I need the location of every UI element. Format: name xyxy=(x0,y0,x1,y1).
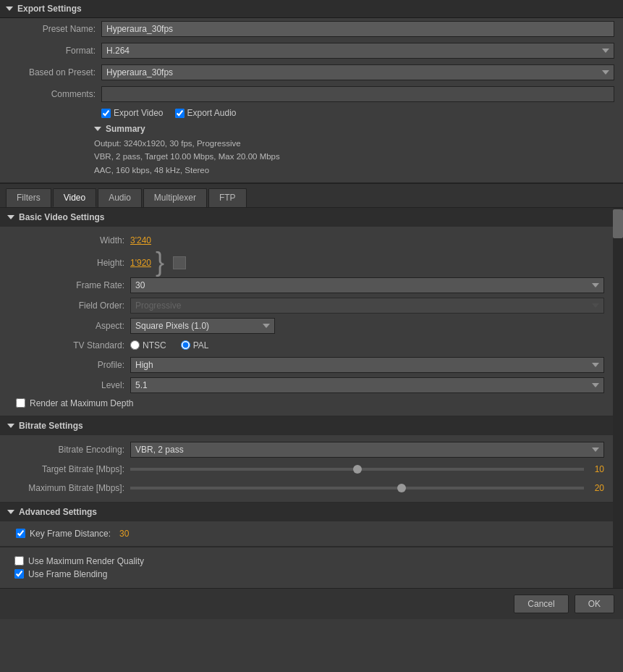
profile-row: Profile: High xyxy=(0,355,613,375)
tab-filters[interactable]: Filters xyxy=(6,188,51,207)
basic-video-settings-body: Width: 3'240 Height: 1'920 } Frame Rate:… xyxy=(0,227,613,416)
target-bitrate-row: Target Bitrate [Mbps]: 10 xyxy=(0,460,613,479)
tv-standard-radio-group: NTSC PAL xyxy=(130,340,208,350)
based-on-preset-label: Based on Preset: xyxy=(9,67,96,77)
summary-line3: AAC, 160 kbps, 48 kHz, Stereo xyxy=(94,164,614,177)
preset-name-row: Preset Name: xyxy=(0,18,623,40)
advanced-settings-section: Advanced Settings Key Frame Distance: 30 xyxy=(0,503,613,546)
summary-line2: VBR, 2 pass, Target 10.00 Mbps, Max 20.0… xyxy=(94,150,614,163)
profile-select[interactable]: High xyxy=(130,357,604,373)
preset-name-input[interactable] xyxy=(101,21,614,37)
maximum-bitrate-value: 20 xyxy=(590,483,604,493)
bitrate-settings-body: Bitrate Encoding: VBR, 2 pass Target Bit… xyxy=(0,435,613,502)
basic-video-settings-header: Basic Video Settings xyxy=(0,208,613,227)
export-settings-panel: Export Settings Preset Name: Format: H.2… xyxy=(0,0,623,184)
advanced-settings-title: Advanced Settings xyxy=(19,507,97,517)
use-frame-blending-text: Use Frame Blending xyxy=(28,569,107,579)
field-order-select: Progressive xyxy=(130,298,604,314)
basic-video-settings-section: Basic Video Settings Width: 3'240 Height… xyxy=(0,208,613,416)
width-value[interactable]: 3'240 xyxy=(130,235,151,245)
export-audio-checkbox-label[interactable]: Export Audio xyxy=(175,108,237,118)
based-on-preset-select[interactable]: Hyperaura_30fps xyxy=(101,64,614,80)
footer: Cancel OK xyxy=(0,588,623,619)
key-frame-distance-row: Key Frame Distance: 30 xyxy=(0,526,613,542)
tv-standard-row: TV Standard: NTSC PAL xyxy=(0,336,613,355)
tab-multiplexer[interactable]: Multiplexer xyxy=(143,188,207,207)
height-value[interactable]: 1'920 xyxy=(130,258,151,268)
key-frame-distance-value: 30 xyxy=(119,529,129,539)
preset-name-label: Preset Name: xyxy=(9,24,96,34)
export-video-checkbox-label[interactable]: Export Video xyxy=(101,108,164,118)
frame-rate-row: Frame Rate: 30 xyxy=(0,275,613,295)
pal-radio-label[interactable]: PAL xyxy=(181,340,209,350)
summary-line1: Output: 3240x1920, 30 fps, Progressive xyxy=(94,137,614,150)
ntsc-radio-label[interactable]: NTSC xyxy=(130,340,166,350)
cancel-button[interactable]: Cancel xyxy=(514,595,568,613)
advanced-settings-body: Key Frame Distance: 30 xyxy=(0,521,613,546)
link-dimensions-checkbox[interactable] xyxy=(173,256,186,269)
summary-section: Summary Output: 3240x1920, 30 fps, Progr… xyxy=(0,121,623,182)
render-max-depth-label[interactable]: Render at Maximum Depth xyxy=(16,398,133,408)
use-max-render-quality-label[interactable]: Use Maximum Render Quality xyxy=(14,556,604,566)
summary-header: Summary xyxy=(94,124,614,134)
height-controls: 1'920 } xyxy=(130,252,186,273)
pal-radio[interactable] xyxy=(181,340,190,350)
height-row: Height: 1'920 } xyxy=(0,250,613,275)
format-row: Format: H.264 xyxy=(0,40,623,62)
target-bitrate-slider-container: 10 xyxy=(130,464,604,474)
render-max-depth-row: Render at Maximum Depth xyxy=(0,395,613,411)
summary-output: Output: 3240x1920, 30 fps, Progressive V… xyxy=(94,137,614,177)
advanced-collapse-icon[interactable] xyxy=(7,510,14,514)
comments-input[interactable] xyxy=(101,86,614,102)
comments-row: Comments: xyxy=(0,83,623,105)
tab-audio[interactable]: Audio xyxy=(98,188,142,207)
scrollbar-thumb[interactable] xyxy=(613,209,623,238)
export-video-label: Export Video xyxy=(114,108,164,118)
bitrate-collapse-icon[interactable] xyxy=(7,424,14,428)
use-frame-blending-checkbox[interactable] xyxy=(14,569,24,579)
maximum-bitrate-slider[interactable] xyxy=(130,487,584,490)
target-bitrate-value: 10 xyxy=(590,464,604,474)
maximum-bitrate-label: Maximum Bitrate [Mbps]: xyxy=(9,483,124,493)
export-settings-header: Export Settings xyxy=(0,0,623,18)
key-frame-distance-label[interactable]: Key Frame Distance: 30 xyxy=(16,529,129,539)
bitrate-settings-section: Bitrate Settings Bitrate Encoding: VBR, … xyxy=(0,416,613,502)
target-bitrate-slider[interactable] xyxy=(130,468,584,471)
render-max-depth-checkbox[interactable] xyxy=(16,398,25,408)
use-max-render-quality-checkbox[interactable] xyxy=(14,556,24,566)
export-audio-checkbox[interactable] xyxy=(175,109,185,118)
use-frame-blending-label[interactable]: Use Frame Blending xyxy=(14,569,604,579)
summary-collapse-icon[interactable] xyxy=(94,127,101,131)
key-frame-distance-checkbox[interactable] xyxy=(16,529,25,538)
field-order-label: Field Order: xyxy=(9,301,124,311)
level-row: Level: 5.1 xyxy=(0,375,613,395)
aspect-select[interactable]: Square Pixels (1.0) xyxy=(130,318,275,334)
tv-standard-label: TV Standard: xyxy=(9,340,124,350)
level-select[interactable]: 5.1 xyxy=(130,377,604,393)
level-label: Level: xyxy=(9,380,124,390)
export-audio-label: Export Audio xyxy=(187,108,237,118)
export-video-checkbox[interactable] xyxy=(101,109,111,118)
frame-rate-select[interactable]: 30 xyxy=(130,277,604,293)
content-area: Basic Video Settings Width: 3'240 Height… xyxy=(0,208,613,588)
collapse-icon[interactable] xyxy=(6,7,13,11)
frame-rate-label: Frame Rate: xyxy=(9,280,124,290)
format-select[interactable]: H.264 xyxy=(101,43,614,59)
aspect-label: Aspect: xyxy=(9,321,124,331)
field-order-row: Field Order: Progressive xyxy=(0,295,613,316)
tabs-bar: Filters Video Audio Multiplexer FTP xyxy=(0,184,623,208)
basic-video-collapse-icon[interactable] xyxy=(7,215,14,219)
ok-button[interactable]: OK xyxy=(575,595,614,613)
comments-label: Comments: xyxy=(9,89,96,99)
use-max-render-quality-text: Use Maximum Render Quality xyxy=(28,556,144,566)
profile-label: Profile: xyxy=(9,360,124,370)
export-checkboxes-row: Export Video Export Audio xyxy=(0,105,623,121)
target-bitrate-label: Target Bitrate [Mbps]: xyxy=(9,464,124,474)
bitrate-encoding-select[interactable]: VBR, 2 pass xyxy=(130,442,604,458)
advanced-settings-header: Advanced Settings xyxy=(0,503,613,521)
width-label: Width: xyxy=(9,235,124,245)
tab-ftp[interactable]: FTP xyxy=(208,188,247,207)
scrollbar-track[interactable] xyxy=(613,208,623,588)
ntsc-radio[interactable] xyxy=(130,340,140,350)
tab-video[interactable]: Video xyxy=(53,188,96,207)
